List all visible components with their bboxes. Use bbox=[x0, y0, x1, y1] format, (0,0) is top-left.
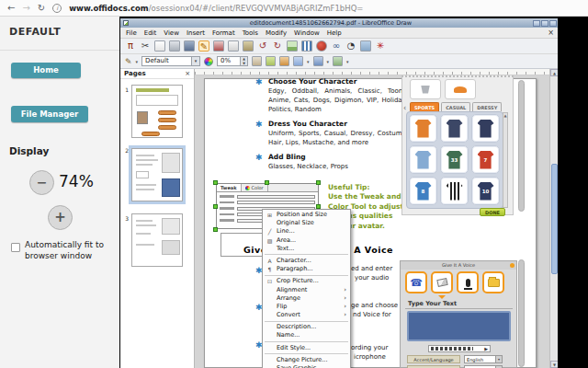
page-info-icon[interactable]: i bbox=[52, 4, 62, 13]
print-icon[interactable] bbox=[169, 40, 180, 52]
selection-handle[interactable] bbox=[213, 204, 218, 209]
align-caret-icon[interactable]: ▾ bbox=[307, 59, 310, 64]
screen: ← → ↻ i www.offidocs.com/osessionx04/#/c… bbox=[0, 0, 588, 368]
spellcheck-icon[interactable] bbox=[316, 40, 327, 52]
file-manager-button[interactable]: File Manager bbox=[11, 106, 88, 122]
page-thumbnail-3[interactable]: 3 bbox=[120, 213, 183, 267]
gallery-icon[interactable] bbox=[360, 40, 371, 52]
style-select-arrow-icon[interactable]: ▾ bbox=[191, 57, 199, 65]
menu-window[interactable]: Window bbox=[290, 28, 323, 39]
rotate-icon[interactable] bbox=[252, 56, 262, 66]
fit-window-checkbox[interactable] bbox=[11, 243, 20, 252]
color-wheel-icon[interactable] bbox=[204, 57, 213, 66]
cut-icon[interactable]: ✂ bbox=[140, 40, 151, 52]
flip-caret-icon[interactable]: ▾ bbox=[327, 59, 330, 64]
context-menu-item-crop-picture[interactable]: ⊡Crop Picture... bbox=[263, 277, 350, 285]
arrange-caret-icon[interactable]: ▾ bbox=[346, 59, 349, 64]
toolbar-standard: π✂✎↺↻∞◔✳ bbox=[120, 39, 558, 54]
context-menu-item-description[interactable]: Description... bbox=[263, 323, 350, 331]
snap-icon[interactable] bbox=[279, 56, 289, 66]
transparency-spinbox[interactable]: 0%▲▼ bbox=[217, 56, 248, 66]
drawing-canvas[interactable]: ✱Choose Your CharacterEdgy, Oddball, Ani… bbox=[195, 75, 549, 368]
new-document-icon[interactable] bbox=[154, 40, 165, 52]
context-menu-item-text[interactable]: Text... bbox=[263, 245, 350, 253]
arrange-icon[interactable] bbox=[333, 56, 343, 66]
context-menu-item-change-picture[interactable]: Change Picture... bbox=[263, 356, 350, 364]
context-menu-item-save-graphic[interactable]: Save Graphic... bbox=[263, 364, 350, 368]
paste-icon[interactable] bbox=[243, 40, 254, 52]
selection-handle[interactable] bbox=[316, 180, 321, 185]
export-icon[interactable] bbox=[213, 40, 224, 52]
spinbox-steppers[interactable]: ▲▼ bbox=[240, 57, 247, 65]
scroll-up-arrow-icon[interactable]: ▲ bbox=[550, 69, 558, 76]
thumbnail-image[interactable] bbox=[131, 85, 183, 138]
grid-icon[interactable] bbox=[266, 56, 276, 66]
selection-handle[interactable] bbox=[213, 180, 218, 185]
align-objects-icon[interactable] bbox=[293, 56, 303, 66]
thumbnail-image[interactable] bbox=[131, 213, 183, 267]
context-menu-item-edit-style[interactable]: Edit Style... bbox=[263, 344, 350, 352]
dropdown-arrow-icon: ▾ bbox=[495, 356, 502, 362]
zoom-in-button[interactable]: + bbox=[48, 205, 73, 230]
menu-item-label: Edit Style... bbox=[277, 344, 311, 351]
context-menu-item-flip[interactable]: Flip› bbox=[263, 303, 350, 311]
save-icon[interactable] bbox=[184, 40, 195, 52]
forward-icon[interactable]: → bbox=[22, 4, 29, 13]
scroll-down-arrow-icon[interactable]: ▼ bbox=[550, 361, 558, 368]
voice-panel-image[interactable]: Give It A Voice ☎ Type Your Text bbox=[400, 260, 517, 368]
copy-icon[interactable] bbox=[228, 40, 239, 52]
context-menu-item-area[interactable]: ▨Area... bbox=[263, 236, 350, 245]
menu-edit[interactable]: Edit bbox=[141, 28, 161, 39]
context-menu-item-original-size[interactable]: Original Size bbox=[263, 219, 350, 227]
scrollbar-thumb[interactable] bbox=[551, 164, 558, 274]
undo-icon[interactable]: ↺ bbox=[257, 40, 268, 52]
hyperlink-icon[interactable]: ∞ bbox=[331, 40, 342, 52]
context-menu-item-position-and-size[interactable]: ⊞Position and Size bbox=[263, 211, 350, 219]
menu-modify[interactable]: Modify bbox=[262, 28, 290, 39]
redo-icon[interactable]: ↻ bbox=[272, 40, 283, 52]
vertical-scrollbar[interactable]: ▲ ▼ bbox=[549, 69, 558, 368]
edit-image-icon[interactable]: ✎ bbox=[198, 40, 209, 52]
menu-format[interactable]: Format bbox=[209, 28, 239, 39]
line-tool-caret-icon[interactable]: ▾ bbox=[136, 59, 139, 64]
context-menu-item-arrange[interactable]: Arrange› bbox=[263, 294, 350, 303]
flip-icon[interactable] bbox=[313, 56, 323, 66]
reload-icon[interactable]: ↻ bbox=[38, 4, 45, 13]
snowflake-icon[interactable]: ✳ bbox=[375, 40, 386, 52]
address-bar[interactable]: www.offidocs.com/osessionx04/#/client/RE… bbox=[69, 4, 363, 13]
context-menu-item-paragraph[interactable]: ¶Paragraph... bbox=[263, 265, 350, 273]
pages-panel-close-icon[interactable]: × bbox=[185, 70, 190, 77]
image-icon[interactable] bbox=[287, 40, 298, 52]
menu-view[interactable]: View bbox=[160, 28, 183, 39]
thumbnail-image[interactable] bbox=[131, 148, 183, 201]
maximize-button[interactable] bbox=[541, 20, 548, 27]
menu-insert[interactable]: Insert bbox=[183, 28, 209, 39]
menu-help[interactable]: Help bbox=[323, 28, 345, 39]
zoom-out-button[interactable]: − bbox=[29, 170, 54, 195]
menu-tools[interactable]: Tools bbox=[239, 28, 262, 39]
context-menu-item-name[interactable]: Name... bbox=[263, 331, 350, 339]
context-menu-item-convert[interactable]: Convert› bbox=[263, 311, 350, 319]
selection-handle[interactable] bbox=[213, 227, 218, 232]
context-menu-item-line[interactable]: ╱Line... bbox=[263, 227, 350, 236]
clock-icon[interactable]: ◔ bbox=[345, 40, 356, 52]
menu-file[interactable]: File bbox=[122, 28, 141, 39]
page-thumbnail-1[interactable]: 1 bbox=[120, 85, 183, 138]
menu-item-label: Alignment bbox=[277, 286, 307, 293]
sports-picker-image[interactable]: ‹ SPORTSCASUALDRESSY 337810 ▲ DONE bbox=[401, 75, 514, 215]
page-thumbnail-2-selected[interactable]: 2 bbox=[120, 145, 186, 204]
window-titlebar[interactable]: editdocument14851062662794.pdf - LibreOf… bbox=[120, 18, 558, 28]
close-document-icon[interactable]: × bbox=[548, 28, 558, 39]
home-button[interactable]: Home bbox=[11, 63, 81, 78]
selection-handle[interactable] bbox=[265, 180, 269, 185]
style-select[interactable]: Default▾ bbox=[141, 56, 200, 66]
context-menu-item-character[interactable]: ACharacter... bbox=[263, 257, 350, 265]
context-menu-item-alignment[interactable]: Alignment› bbox=[263, 286, 350, 294]
section-heading: Choose Your Character bbox=[268, 77, 408, 86]
close-window-button[interactable] bbox=[549, 20, 557, 27]
back-icon[interactable]: ← bbox=[7, 4, 15, 13]
minimize-button[interactable] bbox=[533, 20, 540, 27]
line-tool-icon[interactable]: ✎ bbox=[125, 57, 132, 66]
pi-symbol-icon[interactable]: π bbox=[125, 40, 136, 52]
chart-icon[interactable] bbox=[301, 40, 312, 52]
